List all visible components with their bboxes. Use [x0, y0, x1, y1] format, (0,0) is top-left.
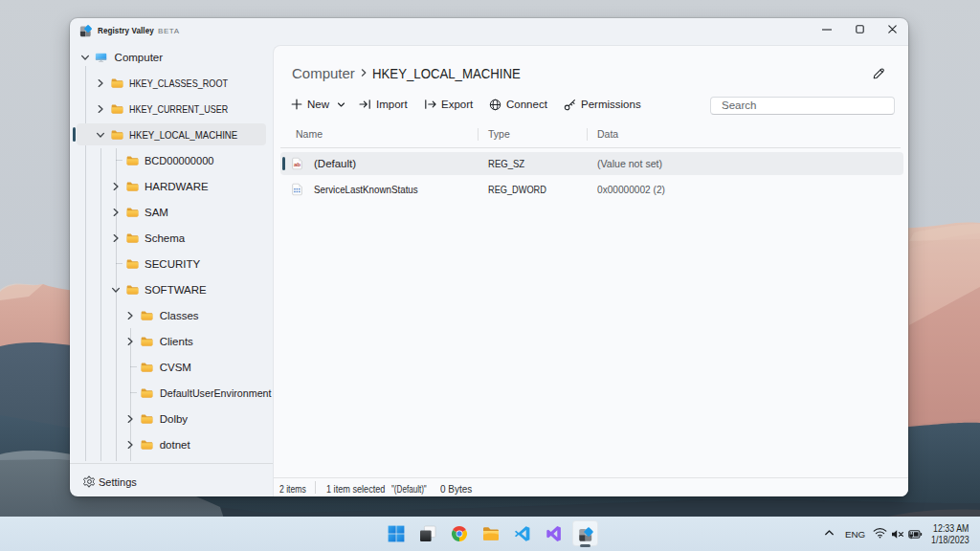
svg-text:ab: ab — [294, 161, 301, 167]
